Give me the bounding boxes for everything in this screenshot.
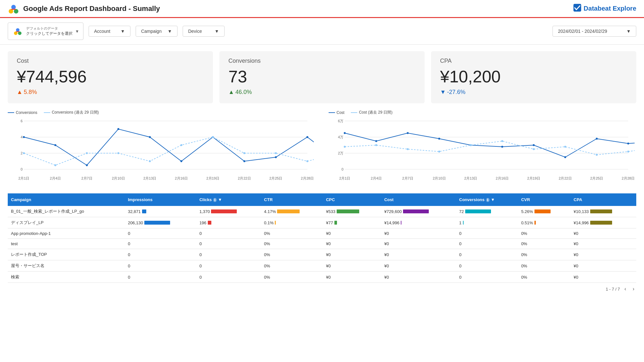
- source-filter[interactable]: デフォルトのデータ クリックしてデータを選択 ▼: [8, 23, 83, 40]
- table-row: ディスプレイ_LP206,1301960.1%¥77¥14,99610.51%¥…: [8, 217, 636, 228]
- kpi-cpa-change: ▼ -27.6%: [440, 89, 627, 96]
- conversions-chart: Conversions Conversions (過去 29 日間): [8, 110, 316, 187]
- date-range-label: 2024/02/01 - 2024/02/29: [558, 29, 607, 34]
- prev-page-button[interactable]: ‹: [622, 285, 628, 292]
- brand-name: Databeat Explore: [584, 5, 636, 12]
- table-row: 屋号・サービス名000%¥0¥000%¥0: [8, 260, 636, 272]
- table-row: B_01_一般_検索_レポート作成_LP_go32,8711,3704.17%¥…: [8, 206, 636, 217]
- device-filter[interactable]: Device ▼: [183, 26, 225, 37]
- top-bar-left: Google Ads Report Dashboard - Sumally: [8, 3, 160, 14]
- cost-chart-legend: Cost Cost (過去 29 日間): [329, 110, 637, 115]
- cost-chart: Cost Cost (過去 29 日間): [329, 110, 637, 187]
- table-row: 検索000%¥0¥000%¥0: [8, 272, 636, 283]
- table-header-row: Campaign Impressions Clicks ℹ ▼ CTR CPC …: [8, 193, 636, 206]
- conv-legend-2: Conversions (過去 29 日間): [44, 110, 99, 115]
- next-page-button[interactable]: ›: [631, 285, 636, 292]
- kpi-conv-label: Conversions: [228, 58, 416, 64]
- account-arrow: ▼: [120, 29, 125, 34]
- th-ctr: CTR: [261, 193, 323, 206]
- date-filter[interactable]: 2024/02/01 - 2024/02/29 ▼: [553, 26, 636, 37]
- pagination-text: 1 - 7 / 7: [606, 287, 620, 292]
- kpi-conv-arrow: ▲: [228, 89, 234, 96]
- conv-legend-1: Conversions: [8, 110, 37, 115]
- source-text: デフォルトのデータ クリックしてデータを選択: [26, 26, 72, 36]
- kpi-cost-label: Cost: [17, 58, 204, 64]
- account-label: Account: [94, 29, 111, 34]
- kpi-row: Cost ¥744,596 ▲ 5.8% Conversions 73 ▲ 46…: [0, 45, 644, 110]
- kpi-conv-pct: 46.0%: [235, 89, 252, 96]
- campaign-label: Campaign: [141, 29, 162, 34]
- kpi-cost-value: ¥744,596: [17, 67, 204, 86]
- filter-bar: デフォルトのデータ クリックしてデータを選択 ▼ Account ▼ Campa…: [0, 18, 644, 45]
- table-row: レポート作成_TOP000%¥0¥000%¥0: [8, 249, 636, 260]
- conv-legend-2-label: Conversions (過去 29 日間): [52, 110, 99, 115]
- device-label: Device: [188, 29, 202, 34]
- kpi-conversions: Conversions 73 ▲ 46.0%: [219, 51, 425, 103]
- account-filter[interactable]: Account ▼: [89, 26, 130, 37]
- th-cpc: CPC: [323, 193, 381, 206]
- th-clicks[interactable]: Clicks ℹ ▼: [196, 193, 261, 206]
- source-line1: デフォルトのデータ: [26, 26, 72, 31]
- kpi-cpa-value: ¥10,200: [440, 67, 627, 86]
- source-dropdown-arrow: ▼: [75, 29, 79, 34]
- page-title: Google Ads Report Dashboard - Sumally: [23, 5, 160, 13]
- kpi-cost-pct: 5.8%: [24, 89, 37, 96]
- brand-logo: Databeat Explore: [573, 3, 636, 14]
- table-row: App promotion-App-1000%¥0¥000%¥0: [8, 228, 636, 239]
- table-section: Campaign Impressions Clicks ℹ ▼ CTR CPC …: [0, 193, 644, 302]
- conv-chart-legend: Conversions Conversions (過去 29 日間): [8, 110, 316, 115]
- cost-legend-1-label: Cost: [337, 110, 345, 115]
- kpi-cost: Cost ¥744,596 ▲ 5.8%: [8, 51, 213, 103]
- campaign-filter[interactable]: Campaign ▼: [136, 26, 178, 37]
- th-cpa: CPA: [571, 193, 636, 206]
- cost-legend-1: Cost: [329, 110, 345, 115]
- table-body: B_01_一般_検索_レポート作成_LP_go32,8711,3704.17%¥…: [8, 206, 636, 283]
- device-arrow: ▼: [215, 29, 219, 34]
- cost-legend-2-label: Cost (過去 29 日間): [359, 110, 392, 115]
- campaign-arrow: ▼: [168, 29, 172, 34]
- kpi-conv-value: 73: [228, 67, 416, 86]
- kpi-cost-arrow: ▲: [17, 89, 23, 96]
- table-footer: 1 - 7 / 7 ‹ ›: [8, 283, 636, 295]
- th-conversions[interactable]: Conversions ℹ ▼: [456, 193, 518, 206]
- top-bar: Google Ads Report Dashboard - Sumally Da…: [0, 0, 644, 18]
- source-icon: [12, 25, 24, 37]
- source-line2: クリックしてデータを選択: [26, 31, 72, 36]
- kpi-cpa: CPA ¥10,200 ▼ -27.6%: [431, 51, 636, 103]
- table-row: test000%¥0¥000%¥0: [8, 239, 636, 249]
- charts-row: Conversions Conversions (過去 29 日間) Cost …: [0, 110, 644, 193]
- conv-legend-1-label: Conversions: [16, 110, 37, 115]
- data-table: Campaign Impressions Clicks ℹ ▼ CTR CPC …: [8, 193, 636, 283]
- th-cost: Cost: [381, 193, 456, 206]
- kpi-cpa-label: CPA: [440, 58, 627, 64]
- th-cvr: CVR: [518, 193, 571, 206]
- kpi-cost-change: ▲ 5.8%: [17, 89, 204, 96]
- th-impressions: Impressions: [125, 193, 196, 206]
- kpi-cpa-arrow: ▼: [440, 89, 446, 96]
- cost-legend-2: Cost (過去 29 日間): [351, 110, 392, 115]
- date-arrow: ▼: [626, 29, 631, 34]
- brand-check-icon: [573, 3, 582, 14]
- kpi-conv-change: ▲ 46.0%: [228, 89, 416, 96]
- google-ads-icon: [8, 3, 19, 14]
- kpi-cpa-pct: -27.6%: [447, 89, 466, 96]
- th-campaign: Campaign: [8, 193, 125, 206]
